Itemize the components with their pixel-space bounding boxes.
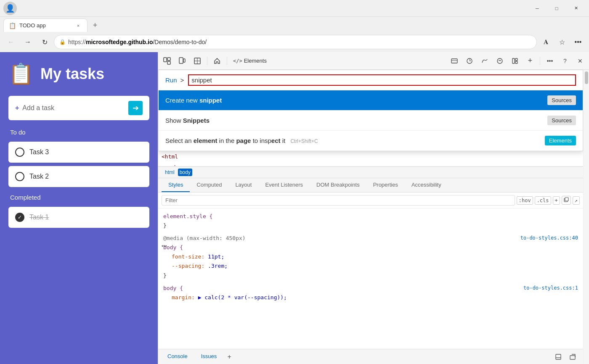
- network-button[interactable]: [447, 54, 462, 68]
- network-conditions-button[interactable]: [478, 54, 492, 68]
- close-devtools-button[interactable]: ✕: [573, 54, 587, 68]
- breadcrumb-body[interactable]: body: [178, 169, 192, 176]
- svg-rect-8: [451, 59, 457, 63]
- command-item-select-element[interactable]: Select an element in the page to inspect…: [159, 131, 583, 151]
- cls-button[interactable]: .cls: [535, 196, 551, 205]
- bottom-tabs: Console Issues +: [158, 349, 583, 364]
- command-item-show-snippets[interactable]: Show Snippets Sources: [159, 111, 583, 131]
- select-element-badge[interactable]: Elements: [545, 136, 576, 145]
- breadcrumb-html[interactable]: html: [163, 169, 176, 176]
- task-text-task1: Task 1: [29, 214, 49, 221]
- task-text-task2: Task 2: [29, 173, 49, 180]
- device-emulation-button[interactable]: [175, 54, 189, 68]
- command-text-select-element: Select an element in the page to inspect…: [165, 137, 545, 144]
- reload-button[interactable]: ↻: [37, 34, 52, 50]
- styles-filter-input[interactable]: [162, 195, 515, 206]
- forward-button[interactable]: →: [20, 34, 35, 50]
- expand-button[interactable]: ↗: [573, 196, 580, 205]
- select-element-bold: element: [194, 137, 218, 144]
- task-item[interactable]: Task 2: [8, 166, 149, 187]
- css-value-spacing: .3rem;: [208, 263, 228, 269]
- command-item-create-snippet[interactable]: Create new snippet Sources: [159, 90, 583, 111]
- favorites-button[interactable]: ☆: [555, 34, 570, 50]
- new-tab-button[interactable]: +: [89, 19, 101, 31]
- task-checkbox-task3[interactable]: [15, 148, 24, 157]
- command-input-row: Run >: [159, 70, 583, 90]
- home-button[interactable]: [210, 54, 224, 68]
- url-domain: microsoftedge.github.io: [86, 39, 153, 45]
- tab-bar: 📋 TODO app × +: [0, 17, 589, 32]
- tab-computed[interactable]: Computed: [190, 178, 228, 192]
- css-file-link-2[interactable]: to-do-styles.css:1: [523, 284, 578, 292]
- reader-view-button[interactable]: 𝐀: [539, 34, 554, 50]
- toolbar-separator-2: [227, 57, 227, 65]
- css-selector: element.style {: [163, 213, 212, 219]
- show-snippets-badge[interactable]: Sources: [547, 116, 576, 125]
- css-file-link-1[interactable]: to-do-styles.css:40: [520, 234, 578, 242]
- task-checkbox-task1[interactable]: ✓: [15, 213, 24, 222]
- dock-button[interactable]: [551, 350, 565, 364]
- add-task-button[interactable]: ➔: [128, 101, 143, 115]
- more-tools-button[interactable]: •••: [570, 34, 586, 50]
- devtools-pane: </> Elements +: [158, 52, 589, 364]
- address-bar: ← → ↻ 🔒 https://microsoftedge.github.io/…: [0, 32, 589, 52]
- tab-properties[interactable]: Properties: [366, 178, 405, 192]
- url-protocol: https://: [68, 39, 86, 45]
- styles-filter-row: :hov .cls + ↗: [158, 193, 583, 208]
- hov-button[interactable]: :hov: [517, 196, 533, 205]
- command-overlay: Run > Create new snippet Sources: [158, 70, 583, 151]
- html-tag: <html: [162, 152, 178, 161]
- todo-title: My tasks: [40, 65, 104, 83]
- select-element-end: it: [281, 137, 286, 144]
- application-button[interactable]: [508, 54, 522, 68]
- svg-rect-14: [515, 61, 517, 63]
- sources-button[interactable]: [493, 54, 507, 68]
- devtools-scrollbar[interactable]: [583, 70, 589, 364]
- 3d-view-button[interactable]: [190, 54, 204, 68]
- tab-styles[interactable]: Styles: [162, 178, 190, 192]
- profile-icon[interactable]: 👤: [3, 2, 17, 15]
- tab-close-button[interactable]: ×: [74, 22, 82, 29]
- more-tools-dt-button[interactable]: •••: [543, 54, 557, 68]
- command-input[interactable]: [188, 74, 576, 86]
- scrollbar-thumb: [585, 71, 588, 84]
- tab-issues[interactable]: Issues: [195, 351, 223, 363]
- add-tool-button[interactable]: +: [523, 54, 537, 68]
- task-item[interactable]: Task 3: [8, 142, 149, 163]
- back-button[interactable]: ←: [3, 34, 19, 50]
- bottom-icons-row: [551, 350, 580, 364]
- svg-rect-1: [167, 58, 170, 61]
- css-rule-media: @media (max-width: 450px) to-do-styles.c…: [163, 234, 578, 280]
- select-element-prefix: Select an: [165, 137, 194, 144]
- select-element-mid: in the: [217, 137, 236, 144]
- url-bar[interactable]: 🔒 https://microsoftedge.github.io/Demos/…: [54, 35, 537, 49]
- browser-titlebar: 👤 ─ □ ✕: [0, 0, 589, 17]
- active-tab[interactable]: 📋 TODO app ×: [3, 18, 88, 32]
- tab-accessibility[interactable]: Accessibility: [405, 178, 448, 192]
- tab-dom-breakpoints[interactable]: DOM Breakpoints: [310, 178, 366, 192]
- svg-rect-4: [183, 59, 185, 62]
- close-button[interactable]: ✕: [566, 2, 586, 15]
- maximize-button[interactable]: □: [547, 2, 566, 15]
- undock-button[interactable]: [565, 350, 580, 364]
- inspect-element-button[interactable]: [160, 54, 174, 68]
- performance-button[interactable]: [462, 54, 477, 68]
- elements-panel-button[interactable]: </> Elements: [230, 54, 270, 68]
- url-text: https://microsoftedge.github.io/Demos/de…: [68, 39, 531, 45]
- css-close-brace: }: [163, 222, 167, 229]
- tab-event-listeners[interactable]: Event Listeners: [258, 178, 310, 192]
- svg-rect-2: [167, 61, 170, 64]
- create-snippet-badge[interactable]: Sources: [547, 95, 576, 105]
- toolbar-sep-3: [540, 57, 540, 65]
- settings-button[interactable]: ?: [558, 54, 572, 68]
- add-task-bar[interactable]: + Add a task ➔: [8, 96, 149, 120]
- tab-layout[interactable]: Layout: [228, 178, 258, 192]
- task-checkbox-task2[interactable]: [15, 172, 24, 181]
- copy-button[interactable]: [562, 196, 571, 205]
- minimize-button[interactable]: ─: [528, 2, 547, 15]
- add-rule-button[interactable]: +: [553, 196, 560, 205]
- add-tab-button[interactable]: +: [224, 352, 234, 362]
- css-rule-body: body { to-do-styles.css:1 margin: ▶ calc…: [163, 284, 578, 302]
- task-item-completed[interactable]: ✓ Task 1: [8, 207, 149, 228]
- tab-console[interactable]: Console: [162, 351, 194, 363]
